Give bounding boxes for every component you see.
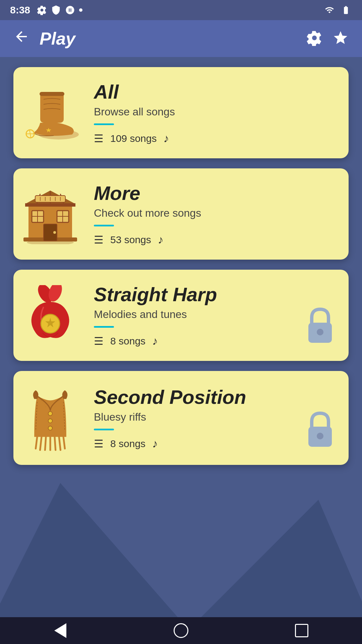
bottom-nav bbox=[0, 617, 362, 644]
status-bar: 8:38 bbox=[0, 0, 362, 20]
svg-point-41 bbox=[48, 412, 52, 416]
svg-rect-1 bbox=[40, 93, 64, 123]
battery-icon bbox=[340, 5, 352, 15]
lock-icon bbox=[305, 308, 335, 351]
card-all-meta: ☰ 109 songs ♪ bbox=[94, 132, 332, 145]
list-icon: ☰ bbox=[94, 335, 104, 347]
svg-line-36 bbox=[45, 437, 46, 450]
card-straight-harp[interactable]: Straight Harp Melodies and tunes ☰ 8 son… bbox=[13, 270, 349, 361]
card-more-count: 53 songs bbox=[110, 234, 151, 246]
card-all-subtitle: Browse all songs bbox=[94, 106, 332, 118]
back-button[interactable] bbox=[13, 29, 29, 49]
status-icons bbox=[37, 5, 324, 15]
card-all-body: All Browse all songs ☰ 109 songs ♪ bbox=[87, 80, 332, 145]
card-more-subtitle: Check out more songs bbox=[94, 207, 332, 219]
top-actions bbox=[306, 30, 349, 47]
card-second-position-meta: ☰ 8 songs ♪ bbox=[94, 437, 332, 450]
svg-line-38 bbox=[55, 437, 56, 450]
svg-point-45 bbox=[317, 433, 323, 439]
card-more-body: More Check out more songs ☰ 53 songs ♪ bbox=[87, 182, 332, 246]
card-more[interactable]: More Check out more songs ☰ 53 songs ♪ bbox=[13, 168, 349, 260]
card-straight-harp-subtitle: Melodies and tunes bbox=[94, 308, 332, 321]
svg-point-33 bbox=[317, 329, 323, 335]
nav-back-button[interactable] bbox=[50, 621, 70, 641]
card-straight-harp-image bbox=[13, 285, 87, 345]
content-area: All Browse all songs ☰ 109 songs ♪ bbox=[0, 57, 362, 617]
note-icon: ♪ bbox=[152, 437, 158, 450]
status-right-icons bbox=[324, 5, 352, 15]
card-all-image bbox=[13, 83, 87, 143]
star-icon bbox=[333, 30, 349, 46]
list-icon: ☰ bbox=[94, 437, 104, 450]
list-icon: ☰ bbox=[94, 132, 104, 145]
svg-line-40 bbox=[63, 437, 65, 449]
card-all-divider bbox=[94, 123, 114, 125]
card-straight-harp-title: Straight Harp bbox=[94, 283, 332, 306]
bandana-illustration bbox=[22, 285, 79, 345]
at-icon bbox=[65, 5, 75, 15]
card-more-meta: ☰ 53 songs ♪ bbox=[94, 233, 332, 246]
card-straight-harp-count: 8 songs bbox=[110, 335, 145, 347]
note-icon: ♪ bbox=[158, 233, 164, 246]
card-second-position-image bbox=[13, 384, 87, 451]
svg-rect-2 bbox=[40, 92, 64, 96]
vest-illustration bbox=[25, 384, 75, 451]
card-all-title: All bbox=[94, 80, 332, 103]
note-icon: ♪ bbox=[163, 132, 169, 145]
building-illustration bbox=[22, 184, 79, 244]
card-second-position-title: Second Position bbox=[94, 386, 332, 408]
card-second-position-count: 8 songs bbox=[110, 438, 145, 449]
card-more-image bbox=[13, 184, 87, 244]
card-second-position-divider bbox=[94, 429, 114, 430]
card-straight-harp-body: Straight Harp Melodies and tunes ☰ 8 son… bbox=[87, 283, 332, 347]
svg-line-39 bbox=[59, 437, 60, 450]
card-more-divider bbox=[94, 225, 114, 226]
svg-line-34 bbox=[36, 437, 37, 449]
svg-line-35 bbox=[40, 437, 42, 450]
status-time: 8:38 bbox=[10, 4, 30, 16]
card-more-title: More bbox=[94, 182, 332, 204]
list-icon: ☰ bbox=[94, 233, 104, 246]
card-straight-harp-divider bbox=[94, 326, 114, 328]
signal-icon bbox=[324, 5, 335, 15]
svg-point-21 bbox=[53, 231, 56, 234]
notification-dot bbox=[79, 8, 82, 12]
card-all[interactable]: All Browse all songs ☰ 109 songs ♪ bbox=[13, 67, 349, 158]
nav-recent-button[interactable] bbox=[292, 621, 312, 641]
svg-point-42 bbox=[48, 419, 52, 423]
card-second-position-subtitle: Bluesy riffs bbox=[94, 411, 332, 423]
favorites-button[interactable] bbox=[333, 30, 349, 47]
gear-icon bbox=[306, 30, 322, 46]
card-second-position-body: Second Position Bluesy riffs ☰ 8 songs ♪ bbox=[87, 386, 332, 450]
settings-icon bbox=[37, 5, 47, 15]
card-second-position[interactable]: Second Position Bluesy riffs ☰ 8 songs ♪ bbox=[13, 371, 349, 465]
card-straight-harp-meta: ☰ 8 songs ♪ bbox=[94, 334, 332, 347]
shield-icon bbox=[51, 5, 61, 15]
top-bar: Play bbox=[0, 20, 362, 57]
svg-point-43 bbox=[48, 426, 52, 430]
page-title: Play bbox=[40, 29, 306, 49]
nav-home-button[interactable] bbox=[171, 621, 191, 641]
settings-button[interactable] bbox=[306, 30, 322, 47]
lock-icon-second bbox=[305, 412, 335, 455]
card-all-count: 109 songs bbox=[110, 133, 157, 144]
boot-illustration bbox=[20, 83, 80, 143]
note-icon: ♪ bbox=[152, 334, 158, 347]
